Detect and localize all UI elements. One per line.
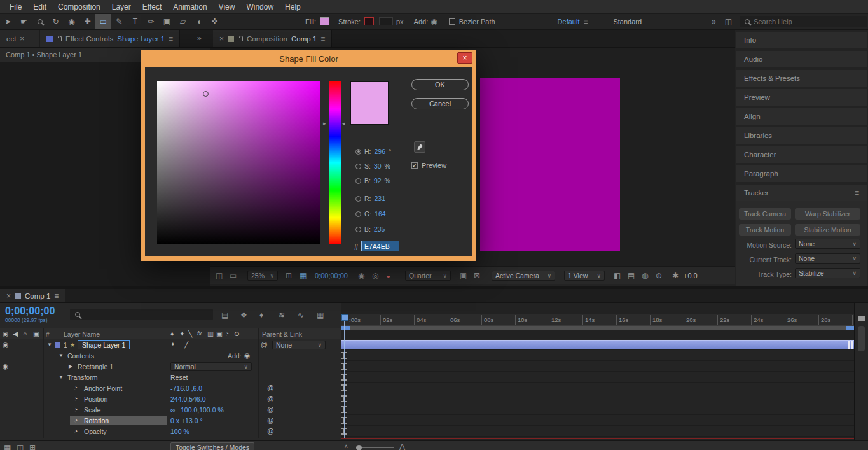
- layer-row[interactable]: ◉ ▼ 1 ★ Shape Layer 1 ✦ ╱ @ None ∨: [0, 339, 341, 350]
- expand-switches-pane-icon[interactable]: ▦: [4, 444, 11, 450]
- property-name[interactable]: Anchor Point: [84, 383, 122, 393]
- workspace-mode[interactable]: Standard: [613, 18, 642, 25]
- hex-input[interactable]: E7A4EB: [361, 241, 399, 251]
- menu-edit[interactable]: Edit: [27, 3, 52, 11]
- panel-menu-icon[interactable]: ≡: [855, 189, 859, 197]
- rotation-row[interactable]: ◔ Rotation 0 x +13.0 ° @: [0, 415, 341, 426]
- puppet-pin-tool[interactable]: ✜: [207, 14, 223, 29]
- frame-blend-icon[interactable]: ▥: [207, 328, 214, 339]
- scale-row[interactable]: ◔ Scale ∞ 100.0,100.0 % @: [0, 404, 341, 415]
- pan-behind-tool[interactable]: ✚: [79, 14, 95, 29]
- frame-blending-icon[interactable]: ≋: [279, 311, 285, 319]
- hue-strip[interactable]: [329, 81, 341, 244]
- anchor-point-row[interactable]: ◔ Anchor Point -716.0 ,6.0 @: [0, 383, 341, 393]
- add-shape-icon[interactable]: ◉: [244, 350, 250, 361]
- layer-duration-bar[interactable]: [341, 340, 854, 349]
- motion-source-select[interactable]: None ∨: [795, 239, 860, 249]
- panel-menu-icon[interactable]: ≡: [320, 35, 325, 43]
- tab-timeline-comp[interactable]: × Comp 1 ≡: [0, 289, 65, 302]
- stopwatch-icon[interactable]: ◔: [74, 404, 78, 415]
- green-radio[interactable]: [355, 211, 361, 217]
- graph-editor-icon[interactable]: ▦: [317, 311, 324, 319]
- expand-transfer-pane-icon[interactable]: ◫: [17, 444, 24, 450]
- work-area-end-handle[interactable]: [846, 326, 854, 330]
- stroke-width-field[interactable]: [379, 17, 393, 25]
- comp-marker-bin-icon[interactable]: [858, 316, 865, 321]
- panel-preview[interactable]: Preview: [736, 89, 867, 106]
- twirl-open-icon[interactable]: ▼: [47, 339, 52, 350]
- threed-icon[interactable]: ⊙: [234, 328, 240, 339]
- snapshot-icon[interactable]: ◉: [358, 272, 364, 279]
- exposure-icon[interactable]: ✱: [672, 272, 679, 279]
- hue-arrow-left-icon[interactable]: ▸: [323, 121, 326, 127]
- resolution-select[interactable]: Quarter ∨: [405, 271, 451, 281]
- twirl-closed-icon[interactable]: ▶: [69, 361, 72, 372]
- menu-file[interactable]: File: [4, 3, 27, 11]
- fast-previews-icon[interactable]: ▤: [628, 272, 635, 279]
- panel-info[interactable]: Info: [736, 32, 867, 48]
- collapse-switch-icon[interactable]: ✦: [170, 339, 176, 350]
- viewer-timecode[interactable]: 0;00;00;00: [315, 272, 348, 279]
- eye-icon[interactable]: ◉: [3, 361, 8, 372]
- pen-tool[interactable]: ✎: [111, 14, 127, 29]
- rectangle-row[interactable]: ◉ ▶ Rectangle 1 Normal ∨: [0, 361, 341, 372]
- panel-tracker[interactable]: Tracker ≡: [736, 185, 867, 201]
- bezier-path-checkbox[interactable]: [449, 18, 455, 25]
- rectangle-tool[interactable]: ▭: [95, 14, 111, 29]
- reset-link[interactable]: Reset: [170, 372, 188, 383]
- layer-name[interactable]: Shape Layer 1: [78, 340, 130, 349]
- eyedropper-button[interactable]: [414, 141, 425, 153]
- workspace-menu-icon[interactable]: ≡: [583, 18, 588, 25]
- snapshot-region-icon[interactable]: ▭: [230, 272, 237, 279]
- fill-swatch[interactable]: [320, 17, 329, 25]
- menu-window[interactable]: Window: [240, 3, 279, 11]
- hide-shy-icon[interactable]: ♦: [259, 311, 263, 319]
- ok-button[interactable]: OK: [411, 79, 469, 90]
- red-value[interactable]: 231: [375, 195, 386, 202]
- transform-row[interactable]: ▼ Transform Reset: [0, 372, 341, 383]
- menu-view[interactable]: View: [213, 3, 241, 11]
- opacity-row[interactable]: ◔ Opacity 100 % @: [0, 426, 341, 437]
- time-ruler[interactable]: :00s 02s 04s 06s 08s 10s 12s 14s 16s 18s…: [341, 314, 854, 326]
- pickwhip-icon[interactable]: @: [267, 404, 274, 415]
- menu-layer[interactable]: Layer: [106, 3, 137, 11]
- property-value[interactable]: 100 %: [170, 426, 189, 437]
- timeline-zoom-thumb[interactable]: [356, 445, 362, 450]
- track-camera-button[interactable]: Track Camera: [739, 208, 791, 220]
- workspace-select[interactable]: Default: [558, 18, 580, 25]
- layer-color-swatch[interactable]: [55, 342, 60, 348]
- panel-menu-icon[interactable]: ≡: [169, 35, 173, 43]
- close-icon[interactable]: ×: [219, 35, 224, 43]
- property-name[interactable]: Opacity: [84, 426, 107, 437]
- menu-composition[interactable]: Composition: [52, 3, 106, 11]
- stroke-swatch[interactable]: [364, 17, 374, 25]
- zoom-out-mountain-icon[interactable]: ∧: [344, 444, 348, 449]
- roto-brush-tool[interactable]: ◖: [191, 14, 207, 29]
- saturation-brightness-field[interactable]: [157, 81, 320, 244]
- hue-radio[interactable]: [355, 149, 361, 155]
- panel-dock-icon[interactable]: ◫: [725, 18, 732, 25]
- brightness-radio[interactable]: [355, 178, 361, 184]
- rectangle-label[interactable]: Rectangle 1: [78, 361, 113, 372]
- brightness-value[interactable]: 92: [374, 177, 382, 185]
- property-name[interactable]: Position: [84, 393, 107, 404]
- motion-blur-icon[interactable]: ▣: [216, 328, 223, 339]
- stroke-label[interactable]: Stroke:: [338, 18, 361, 25]
- stopwatch-icon[interactable]: ◔: [74, 383, 78, 393]
- stabilize-motion-button[interactable]: Stabilize Motion: [795, 224, 860, 236]
- tab-project-partial[interactable]: ect ×: [0, 30, 39, 47]
- vertical-scrollbar-thumb[interactable]: [858, 326, 865, 351]
- timeline-button-icon[interactable]: ◍: [642, 272, 648, 279]
- rotation-tool[interactable]: ↻: [48, 14, 64, 29]
- transform-label[interactable]: Transform: [67, 372, 97, 383]
- pixel-aspect-icon[interactable]: ◧: [614, 272, 621, 279]
- out-point-handle[interactable]: [851, 341, 853, 349]
- shy-icon[interactable]: ♦: [170, 328, 174, 339]
- effects-icon[interactable]: fx: [197, 328, 202, 339]
- current-timecode[interactable]: 0;00;00;00: [5, 306, 55, 317]
- tab-effect-controls[interactable]: Effect Controls Shape Layer 1 ≡: [40, 30, 180, 47]
- timeline-zoom-slider[interactable]: [356, 447, 394, 448]
- audio-column-icon[interactable]: ◀: [13, 328, 18, 339]
- red-radio[interactable]: [355, 196, 361, 202]
- brush-tool[interactable]: ✏: [143, 14, 159, 29]
